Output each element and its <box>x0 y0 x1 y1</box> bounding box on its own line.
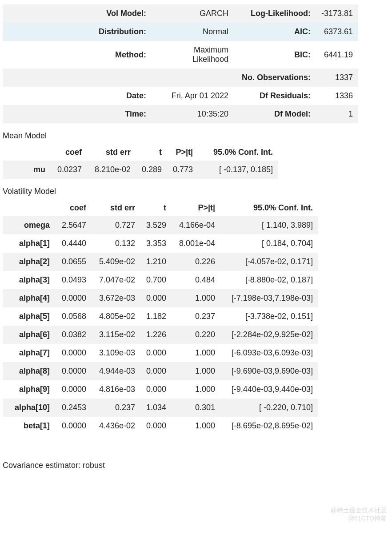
volatility-model-table: coefstd errtP>|t|95.0% Conf. Int.omega2.… <box>3 200 318 435</box>
model-summary-table: Vol Model:GARCHLog-Likelihood:-3173.81Di… <box>3 4 358 123</box>
summary-label: Vol Model: <box>3 4 152 23</box>
table-row: mu0.02378.210e-020.2890.773[ -0.137, 0.1… <box>3 161 278 179</box>
volatility-model-title: Volatility Model <box>3 187 392 196</box>
t-value: 3.353 <box>140 234 172 253</box>
summary-value: Fri, Apr 01 2022 <box>152 87 234 105</box>
summary-label: Log-Likelihood: <box>234 4 316 23</box>
coef-value: 0.0000 <box>56 417 92 435</box>
ci-value: [-8.695e-02,8.695e-02] <box>220 417 318 435</box>
t-value: 1.210 <box>140 253 172 271</box>
p-value: 8.001e-04 <box>172 234 220 253</box>
summary-label: Distribution: <box>3 23 152 41</box>
stderr-value: 0.237 <box>92 399 140 417</box>
ci-value: [-4.057e-02, 0.171] <box>220 253 318 271</box>
summary-label: Mean Model: <box>3 0 152 3</box>
summary-row: Date:Fri, Apr 01 2022Df Residuals:1336 <box>3 87 358 105</box>
summary-value: 6441.19 <box>316 41 358 69</box>
ci-value: [-3.738e-02, 0.151] <box>220 307 318 326</box>
param-name: alpha[5] <box>3 307 56 326</box>
table-row: omega2.56470.7273.5294.166e-04[ 1.140, 3… <box>3 216 318 234</box>
coef-value: 0.0493 <box>56 271 92 289</box>
coef-value: 0.0000 <box>56 344 92 362</box>
mean-model-table: coefstd errtP>|t|95.0% Conf. Int.mu0.023… <box>3 144 278 179</box>
table-row: beta[1]0.00004.436e-020.0001.000[-8.695e… <box>3 417 318 435</box>
summary-row: Mean Model:Constant MeanAdj. R-squared:0… <box>3 0 358 3</box>
mean-model-title: Mean Model <box>3 131 392 141</box>
param-name: alpha[6] <box>3 326 56 344</box>
summary-label: Df Residuals: <box>234 87 316 105</box>
param-name: alpha[4] <box>3 289 56 307</box>
p-value: 0.226 <box>172 253 220 271</box>
coef-value: 0.0000 <box>56 362 92 380</box>
table-row: alpha[3]0.04937.047e-020.7000.484[-8.880… <box>3 271 318 289</box>
t-value: 0.000 <box>140 344 172 362</box>
coef-value: 0.0568 <box>56 307 92 326</box>
col-header <box>3 144 52 161</box>
col-header: 95.0% Conf. Int. <box>220 200 318 216</box>
coef-value: 0.0000 <box>56 289 92 307</box>
summary-value: Maximum Likelihood <box>152 41 234 69</box>
ci-value: [-9.690e-03,9.690e-03] <box>220 362 318 380</box>
col-header: std err <box>87 144 136 161</box>
table-row: alpha[10]0.24530.2371.0340.301[ -0.220, … <box>3 399 318 417</box>
summary-label <box>3 69 152 87</box>
coef-value: 0.0655 <box>56 253 92 271</box>
model-summary-table-top: Mean Model:Constant MeanAdj. R-squared:0… <box>3 0 358 3</box>
col-header: 95.0% Conf. Int. <box>198 144 278 161</box>
t-value: 0.000 <box>140 380 172 399</box>
summary-value: GARCH <box>152 4 234 23</box>
p-value: 0.237 <box>172 307 220 326</box>
param-name: alpha[7] <box>3 344 56 362</box>
param-name: alpha[2] <box>3 253 56 271</box>
ci-value: [-8.880e-02, 0.187] <box>220 271 318 289</box>
t-value: 1.182 <box>140 307 172 326</box>
summary-value: Constant Mean <box>152 0 234 3</box>
coef-value: 0.0382 <box>56 326 92 344</box>
t-value: 1.226 <box>140 326 172 344</box>
summary-value: 0.000 <box>316 0 358 3</box>
coef-value: 0.4440 <box>56 234 92 253</box>
p-value: 4.166e-04 <box>172 216 220 234</box>
param-name: alpha[8] <box>3 362 56 380</box>
summary-label: AIC: <box>234 23 316 41</box>
summary-value <box>152 69 234 87</box>
ci-value: [-7.198e-03,7.198e-03] <box>220 289 318 307</box>
summary-value: 1337 <box>316 69 358 87</box>
stderr-value: 0.132 <box>92 234 140 253</box>
param-name: omega <box>3 216 56 234</box>
p-value: 1.000 <box>172 344 220 362</box>
ci-value: [ -0.137, 0.185] <box>198 161 278 179</box>
stderr-value: 4.816e-03 <box>92 380 140 399</box>
table-row: alpha[2]0.06555.409e-021.2100.226[-4.057… <box>3 253 318 271</box>
t-value: 0.000 <box>140 289 172 307</box>
p-value: 1.000 <box>172 417 220 435</box>
ci-value: [ 1.140, 3.989] <box>220 216 318 234</box>
coef-value: 0.0237 <box>52 161 87 179</box>
stderr-value: 5.409e-02 <box>92 253 140 271</box>
ci-value: [ 0.184, 0.704] <box>220 234 318 253</box>
col-header: coef <box>52 144 87 161</box>
summary-row: Distribution:NormalAIC:6373.61 <box>3 23 358 41</box>
table-row: alpha[6]0.03823.115e-021.2260.220[-2.284… <box>3 326 318 344</box>
summary-label: Adj. R-squared: <box>234 0 316 3</box>
coef-value: 0.0000 <box>56 380 92 399</box>
p-value: 0.484 <box>172 271 220 289</box>
param-name: alpha[10] <box>3 399 56 417</box>
summary-row: Time:10:35:20Df Model:1 <box>3 105 358 123</box>
table-row: alpha[8]0.00004.944e-030.0001.000[-9.690… <box>3 362 318 380</box>
t-value: 1.034 <box>140 399 172 417</box>
table-row: alpha[9]0.00004.816e-030.0001.000[-9.440… <box>3 380 318 399</box>
p-value: 0.220 <box>172 326 220 344</box>
coef-value: 0.2453 <box>56 399 92 417</box>
param-name: mu <box>3 161 52 179</box>
p-value: 1.000 <box>172 289 220 307</box>
stderr-value: 3.109e-03 <box>92 344 140 362</box>
stderr-value: 3.115e-02 <box>92 326 140 344</box>
p-value: 0.301 <box>172 399 220 417</box>
summary-label: Df Model: <box>234 105 316 123</box>
summary-row: No. Observations:1337 <box>3 69 358 87</box>
summary-label: Method: <box>3 41 152 69</box>
ci-value: [-6.093e-03,6.093e-03] <box>220 344 318 362</box>
p-value: 1.000 <box>172 380 220 399</box>
t-value: 0.700 <box>140 271 172 289</box>
